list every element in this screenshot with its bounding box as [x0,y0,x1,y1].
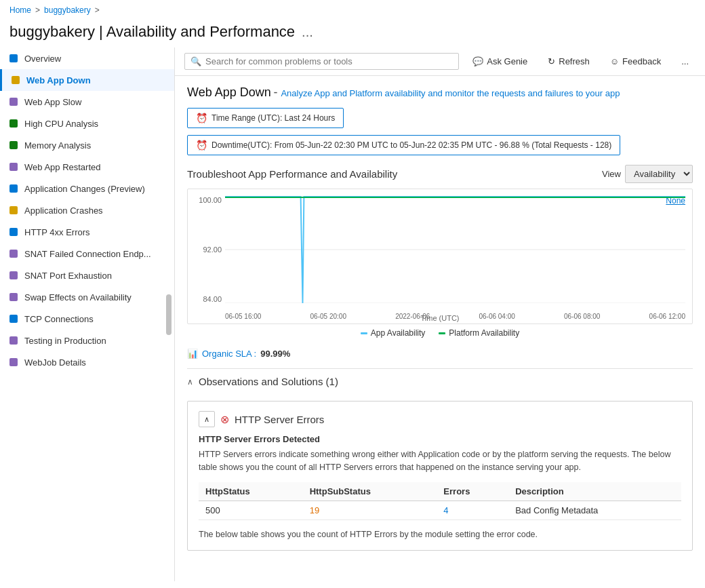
table-header-row: HttpStatus HttpSubStatus Errors Descript… [199,482,681,501]
chart-y-labels: 100.00 92.00 84.00 [188,196,225,303]
sidebar-icon-high-cpu [8,118,19,129]
svg-rect-1 [12,76,20,84]
sidebar-label-web-app-down: Web App Down [26,75,91,85]
svg-rect-10 [9,271,18,279]
sidebar-icon-swap-effects [8,292,19,302]
search-input[interactable] [205,56,453,66]
chart-legend: App Availability Platform Availability [187,328,693,338]
sidebar-icon-web-app-restarted [8,161,19,172]
svg-rect-13 [9,336,18,345]
more-icon: ... [681,56,689,66]
legend-dot-blue [361,332,367,334]
sidebar-item-testing-prod[interactable]: Testing in Production [0,330,174,351]
filter-row: ⏰ Time Range (UTC): Last 24 Hours ⏰ Down… [187,108,693,155]
error-card-header: ∧ ⊗ HTTP Server Errors [199,411,681,427]
sidebar-item-tcp-connections[interactable]: TCP Connections [0,308,174,330]
sidebar-item-snat-port[interactable]: SNAT Port Exhaustion [0,264,174,286]
refresh-button[interactable]: ↻ Refresh [541,53,597,70]
x-axis-title: Time (UTC) [420,314,459,322]
table-head: HttpStatus HttpSubStatus Errors Descript… [199,482,681,501]
time-range-label: Time Range (UTC): Last 24 Hours [212,113,335,123]
svg-rect-2 [9,98,18,106]
sidebar-label-app-changes: Application Changes (Preview) [24,184,145,194]
sidebar-icon-app-changes [8,183,19,194]
sidebar-label-overview: Overview [24,54,61,64]
sidebar-icon-testing-prod [8,335,19,346]
sidebar-item-app-changes[interactable]: Application Changes (Preview) [0,178,174,199]
http-errors-table: HttpStatus HttpSubStatus Errors Descript… [199,482,681,520]
col-http-status: HttpStatus [199,482,303,501]
search-icon: 🔍 [190,56,201,66]
sidebar-item-snat-failed[interactable]: SNAT Failed Connection Endp... [0,243,174,264]
y-label-84: 84.00 [188,295,222,303]
cell-description: Bad Config Metadata [508,501,681,520]
genie-icon: 💬 [472,56,483,66]
col-description: Description [508,482,681,501]
feedback-label: Feedback [622,56,661,66]
sidebar-icon-web-app-slow [8,96,19,107]
legend-dot-green [439,332,445,334]
section-subtitle: Analyze App and Platform availability an… [281,88,620,98]
breadcrumb-app[interactable]: buggybakery [44,5,91,15]
view-select: View Availability [602,165,693,183]
collapse-button[interactable]: ∧ [199,411,215,427]
organic-sla-value: 99.99% [260,349,290,359]
svg-rect-9 [9,250,18,258]
svg-rect-14 [9,358,18,366]
error-card: ∧ ⊗ HTTP Server Errors HTTP Server Error… [187,401,693,551]
sidebar-item-app-crashes[interactable]: Application Crashes [0,199,174,221]
view-label: View [602,169,621,179]
sidebar-item-memory[interactable]: Memory Analysis [0,134,174,156]
collapse-icon: ∧ [204,415,209,424]
chart-title: Troubleshoot App Performance and Availab… [187,168,397,180]
svg-rect-7 [9,206,18,214]
sidebar-label-app-crashes: Application Crashes [24,205,103,216]
sidebar-icon-snat-port [8,270,19,281]
sidebar-item-web-app-down[interactable]: Web App Down [0,69,174,91]
cell-errors: 4 [437,501,508,520]
error-title: HTTP Server Errors [235,414,324,425]
sidebar-item-http-4xx[interactable]: HTTP 4xx Errors [0,221,174,243]
table-body: 500194Bad Config Metadata [199,501,681,520]
refresh-label: Refresh [559,56,590,66]
breadcrumb-home[interactable]: Home [9,5,31,15]
organic-sla-icon: 📊 [187,349,198,359]
error-description: HTTP Servers errors indicate something w… [199,448,681,474]
content-area: 🔍 💬 Ask Genie ↻ Refresh ☺ Feedback ... [175,47,705,581]
legend-app-label: App Availability [371,328,426,338]
view-dropdown[interactable]: Availability [625,165,693,183]
sidebar-icon-tcp-connections [8,313,19,324]
col-http-substatus: HttpSubStatus [303,482,437,501]
sidebar-label-snat-failed: SNAT Failed Connection Endp... [24,249,151,259]
organic-sla-label: Organic SLA : [202,349,256,359]
chevron-up-icon: ∧ [187,377,193,387]
breadcrumb: Home > buggybakery > [0,0,705,20]
downtime-filter[interactable]: ⏰ Downtime(UTC): From 05-Jun-22 02:30 PM… [187,135,620,155]
x-label-2: 06-05 20:00 [310,313,346,320]
legend-platform-label: Platform Availability [449,328,519,338]
sidebar-item-web-app-restarted[interactable]: Web App Restarted [0,156,174,178]
sidebar-item-web-app-slow[interactable]: Web App Slow [0,91,174,113]
cell-status: 500 [199,501,303,520]
observations-section-header[interactable]: ∧ Observations and Solutions (1) [187,368,693,394]
sidebar-item-high-cpu[interactable]: High CPU Analysis [0,113,174,134]
feedback-icon: ☺ [610,56,619,66]
page-title-more-icon[interactable]: ... [302,24,313,40]
sidebar-label-testing-prod: Testing in Production [24,336,106,346]
content-scroll: Web App Down - Analyze App and Platform … [175,76,705,581]
error-icon: ⊗ [220,413,229,426]
sidebar-item-webjob[interactable]: WebJob Details [0,351,174,373]
ask-genie-button[interactable]: 💬 Ask Genie [466,53,534,70]
search-box[interactable]: 🔍 [184,53,459,70]
page-title: buggybakery | Availability and Performan… [9,23,295,41]
time-range-filter[interactable]: ⏰ Time Range (UTC): Last 24 Hours [187,108,344,128]
sidebar-scrollbar[interactable] [166,294,172,335]
more-options-button[interactable]: ... [674,53,696,70]
sidebar-icon-app-crashes [8,205,19,216]
sidebar-label-swap-effects: Swap Effects on Availability [24,292,132,302]
sidebar-item-swap-effects[interactable]: Swap Effects on Availability [0,286,174,308]
sidebar-item-overview[interactable]: Overview [0,47,174,69]
cell-substatus: 19 [303,501,437,520]
feedback-button[interactable]: ☺ Feedback [603,53,668,70]
x-label-1: 06-05 16:00 [225,313,261,320]
